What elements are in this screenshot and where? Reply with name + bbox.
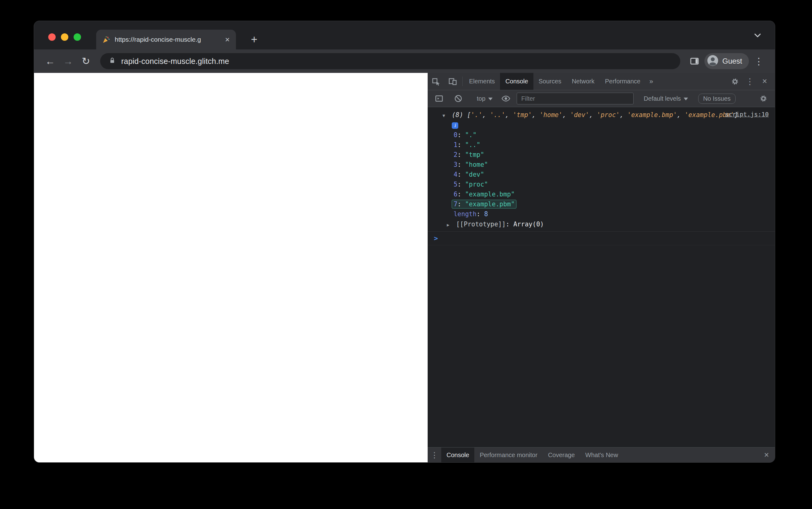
console-filter-input[interactable] (517, 93, 633, 104)
tab-close-icon[interactable]: × (224, 36, 230, 43)
devtools-settings-button[interactable] (728, 74, 742, 89)
preview-string: '..' (490, 111, 505, 118)
entry-value: "proc" (465, 181, 488, 188)
prompt-chevron-icon: > (434, 234, 438, 242)
drawer-tab-performance-monitor[interactable]: Performance monitor (474, 447, 543, 462)
more-tabs-button[interactable]: » (646, 73, 657, 90)
entry-value: "dev" (465, 171, 484, 178)
comma: , (482, 111, 490, 118)
comma: , (677, 111, 685, 118)
devtools-tab-bar: ElementsConsoleSourcesNetworkPerformance… (428, 73, 775, 90)
bracket: [ (467, 111, 471, 118)
zoom-window-button[interactable] (73, 33, 81, 41)
entry-index: 4 (454, 171, 457, 178)
caret-down-icon (684, 98, 688, 100)
profile-chip[interactable]: Guest (705, 53, 749, 69)
browser-window: https://rapid-concise-muscle.g × + ← → ↻ (34, 21, 775, 463)
devtools-tabs: ElementsConsoleSourcesNetworkPerformance (464, 73, 646, 90)
back-button[interactable]: ← (42, 53, 58, 69)
console-panel: ▼(8) ['.', '..', 'tmp', 'home', 'dev', '… (428, 107, 775, 447)
prototype-label: [[Prototype]] (456, 220, 506, 228)
entry-separator: : (506, 220, 513, 228)
drawer-tab-coverage[interactable]: Coverage (543, 447, 580, 462)
preview-string: 'example.bmp' (627, 111, 677, 118)
disclosure-triangle-icon[interactable]: ▼ (442, 110, 452, 121)
info-icon[interactable]: i (452, 122, 458, 129)
forward-button[interactable]: → (60, 53, 76, 69)
drawer-close-button[interactable]: × (758, 447, 775, 462)
preview-string: 'tmp' (513, 111, 532, 118)
inspect-element-button[interactable] (428, 73, 444, 90)
entry-separator: : (457, 171, 465, 178)
clear-console-button[interactable] (450, 94, 467, 103)
devtools-tab-performance[interactable]: Performance (600, 73, 646, 90)
browser-toolbar: ← → ↻ rapid-concise-muscle.glitch.me (34, 49, 775, 73)
minimize-window-button[interactable] (61, 33, 68, 41)
array-entry-row: 7: "example.pbm" (428, 199, 775, 209)
preview-string: 'dev' (570, 111, 589, 118)
entry-separator: : (457, 131, 465, 139)
reload-button[interactable]: ↻ (78, 53, 94, 69)
live-expression-eye-button[interactable] (498, 94, 514, 103)
browser-tab[interactable]: https://rapid-concise-muscle.g × (96, 30, 236, 49)
prototype-row: ▶[[Prototype]]: Array(0) (428, 219, 775, 230)
entry-separator: : (457, 200, 465, 208)
array-entry-row: 6: "example.bmp" (428, 189, 775, 199)
entry-separator: : (457, 161, 465, 168)
devtools-tab-console[interactable]: Console (500, 73, 533, 90)
toolbar-divider (462, 77, 463, 86)
profile-label: Guest (722, 57, 742, 66)
entry-content: 6: "example.bmp" (454, 191, 514, 198)
entry-index: 6 (454, 191, 457, 198)
close-window-button[interactable] (48, 33, 56, 41)
entry-separator: : (476, 210, 484, 218)
console-source-link[interactable]: script.js:10 (725, 111, 769, 118)
entry-separator: : (457, 181, 465, 188)
array-entry-row: 1: ".." (428, 140, 775, 150)
log-levels-selector[interactable]: Default levels (641, 95, 690, 102)
drawer-tab-what-s-new[interactable]: What's New (580, 447, 623, 462)
console-sidebar-button[interactable] (431, 94, 447, 103)
disclosure-triangle-icon[interactable]: ▶ (447, 219, 456, 230)
context-selector[interactable]: top (474, 95, 495, 102)
entry-index: 1 (454, 141, 457, 148)
devtools-tab-elements[interactable]: Elements (464, 73, 500, 90)
entry-separator: : (457, 151, 465, 159)
side-panel-button[interactable] (686, 53, 702, 69)
entry-value: "." (465, 131, 476, 139)
entry-value: "tmp" (465, 151, 484, 159)
preview-string: 'home' (539, 111, 562, 118)
entry-content: 4: "dev" (454, 171, 484, 178)
array-entry-row: 5: "proc" (428, 179, 775, 189)
array-preview: (8) ['.', '..', 'tmp', 'home', 'dev', 'p… (452, 111, 738, 118)
devtools-tab-bar-actions: ⋮ × (728, 73, 775, 90)
browser-menu-button[interactable]: ⋮ (751, 53, 767, 69)
desktop-background: https://rapid-concise-muscle.g × + ← → ↻ (0, 0, 812, 509)
array-entry-row: 2: "tmp" (428, 150, 775, 160)
length-value: 8 (484, 210, 488, 218)
new-tab-button[interactable]: + (247, 32, 261, 47)
drawer-tabs: ConsolePerformance monitorCoverageWhat's… (441, 447, 623, 462)
console-prompt[interactable]: > (428, 231, 775, 245)
page-viewport[interactable] (34, 73, 428, 462)
console-info-row: i (428, 121, 775, 130)
tab-title: https://rapid-concise-muscle.g (115, 36, 220, 43)
length-label: length (454, 210, 476, 218)
devtools-close-button[interactable]: × (757, 74, 772, 89)
devtools-menu-button[interactable]: ⋮ (743, 74, 757, 89)
drawer-tab-console[interactable]: Console (441, 447, 474, 462)
entry-content: 0: "." (454, 131, 476, 139)
tab-overview-chevron-icon[interactable] (752, 30, 763, 41)
address-bar[interactable]: rapid-concise-muscle.glitch.me (100, 53, 680, 69)
issues-counter[interactable]: No Issues (698, 94, 736, 104)
console-settings-button[interactable] (755, 94, 772, 103)
device-toolbar-button[interactable] (444, 73, 461, 90)
comma: , (562, 111, 570, 118)
entry-content: 2: "tmp" (454, 151, 484, 159)
array-entry-row: 4: "dev" (428, 170, 775, 179)
drawer-menu-button[interactable]: ⋮ (428, 447, 441, 462)
devtools-tab-network[interactable]: Network (566, 73, 600, 90)
lock-icon[interactable] (108, 57, 116, 66)
comma: , (620, 111, 627, 118)
devtools-tab-sources[interactable]: Sources (533, 73, 566, 90)
